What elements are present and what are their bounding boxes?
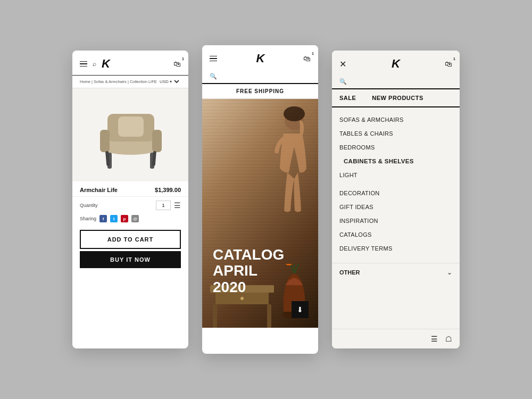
other-label: OTHER (339, 269, 360, 276)
person-svg (265, 104, 307, 221)
list-icon-3[interactable]: ☰ (431, 335, 438, 343)
breadcrumb-text: Home | Sofas & Armchairs | Collection LI… (80, 79, 157, 84)
nav-item-tables[interactable]: TABLES & CHAIRS (332, 127, 460, 140)
brand-logo-3: K (392, 57, 400, 71)
facebook-icon[interactable]: f (99, 215, 107, 222)
navigation-menu: SOFAS & ARMCHAIRS TABLES & CHAIRS BEDROO… (332, 107, 460, 261)
svg-rect-16 (267, 304, 271, 328)
svg-rect-4 (152, 130, 162, 152)
phone3-bottom-bar: ☰ ☖ (332, 329, 460, 348)
nav-divider (332, 182, 460, 186)
chevron-down-icon: ⌄ (447, 269, 452, 276)
phone2-search-bar: 🔍 (202, 70, 318, 84)
download-button[interactable]: ⬇ (292, 301, 309, 318)
nav-new-products[interactable]: NEW PRODUCTS (372, 95, 423, 101)
phone3-header: ✕ K 🛍 1 (332, 51, 460, 75)
cart-icon-2[interactable]: 🛍 1 (303, 54, 311, 63)
svg-rect-15 (213, 304, 217, 328)
search-icon-3[interactable]: 🔍 (339, 78, 347, 85)
list-icon[interactable]: ☰ (174, 201, 181, 210)
nav-item-sofas[interactable]: SOFAS & ARMCHAIRS (332, 113, 460, 127)
other-row[interactable]: OTHER ⌄ (332, 263, 460, 281)
cart-badge: 1 (182, 57, 184, 61)
nav-sale[interactable]: SALE (339, 95, 356, 101)
phone2-header: K 🛍 1 (202, 45, 318, 70)
buy-now-button[interactable]: BUY IT NOW (80, 251, 181, 268)
catalog-text: CATALOG APRIL 2020 (213, 247, 284, 296)
cart-icon-3[interactable]: 🛍 1 (445, 60, 452, 68)
svg-line-20 (294, 264, 301, 273)
nav-item-gift[interactable]: GIFT IDEAS (332, 200, 460, 214)
nav-item-delivery[interactable]: DELIVERY TERMS (332, 242, 460, 255)
phone1-header-right: 🛍 1 (173, 60, 181, 68)
phone-product-detail: ⌕ K 🛍 1 Home | Sofas & Armchairs | Colle… (72, 51, 188, 348)
phone3-search-bar: 🔍 (332, 75, 460, 89)
product-price: $1,399.00 (155, 187, 181, 193)
catalog-image: CATALOG APRIL 2020 ⬇ (202, 99, 318, 328)
close-icon[interactable]: ✕ (339, 59, 346, 69)
catalog-title: CATALOG APRIL 2020 (213, 247, 284, 296)
nav-item-cabinets[interactable]: CABINETS & SHELVES (332, 154, 460, 168)
product-image (72, 88, 188, 181)
svg-point-14 (240, 297, 244, 300)
add-to-cart-button[interactable]: ADD TO CART (80, 230, 181, 249)
search-icon-2[interactable]: 🔍 (210, 73, 217, 80)
free-shipping-banner: FREE SHIPPING (202, 84, 318, 99)
phone-nav-menu: ✕ K 🛍 1 🔍 SALE NEW PRODUCTS SOFAS & ARMC… (332, 51, 460, 348)
search-icon[interactable]: ⌕ (93, 60, 96, 68)
nav-item-light[interactable]: LIGHT (332, 168, 460, 182)
cart-badge-2: 1 (312, 52, 314, 55)
email-icon[interactable]: @ (131, 215, 139, 222)
nav-item-bedrooms[interactable]: BEDROOMS (332, 140, 460, 154)
svg-rect-9 (118, 117, 144, 137)
svg-point-25 (284, 106, 305, 121)
product-name: Armchair Life (80, 187, 118, 193)
cart-icon[interactable]: 🛍 1 (173, 60, 181, 68)
armchair-svg (90, 98, 170, 172)
user-icon[interactable]: ☖ (445, 335, 452, 343)
nav-item-decoration[interactable]: DECORATION (332, 186, 460, 200)
svg-rect-3 (100, 130, 110, 152)
brand-logo: K (102, 57, 110, 71)
brand-logo-2: K (256, 52, 264, 65)
download-icon: ⬇ (297, 305, 303, 314)
hamburger-icon[interactable] (80, 61, 87, 67)
sharing-row: Sharing f t p @ (72, 214, 188, 227)
phone1-header-left: ⌕ K (80, 57, 110, 71)
phone-catalog: K 🛍 1 🔍 FREE SHIPPING (202, 45, 318, 354)
top-navigation: SALE NEW PRODUCTS (332, 89, 460, 107)
currency-select[interactable]: USD ▾ EUR ▾ (157, 79, 181, 85)
hamburger-icon-2[interactable] (210, 56, 217, 62)
breadcrumb: Home | Sofas & Armchairs | Collection LI… (72, 76, 188, 88)
quantity-label: Quantity (80, 203, 98, 208)
sharing-label: Sharing (80, 216, 96, 221)
phone1-header: ⌕ K 🛍 1 (72, 51, 188, 76)
cart-badge-3: 1 (453, 57, 455, 61)
nav-item-inspiration[interactable]: INSPIRATION (332, 214, 460, 228)
quantity-row: Quantity ☰ (72, 197, 188, 214)
nav-item-catalogs[interactable]: CATALOGS (332, 228, 460, 242)
quantity-input[interactable] (156, 201, 171, 210)
svg-point-21 (285, 264, 293, 265)
pinterest-icon[interactable]: p (121, 215, 128, 222)
twitter-icon[interactable]: t (110, 215, 118, 222)
product-info: Armchair Life $1,399.00 (72, 181, 188, 197)
quantity-controls: ☰ (156, 201, 181, 210)
